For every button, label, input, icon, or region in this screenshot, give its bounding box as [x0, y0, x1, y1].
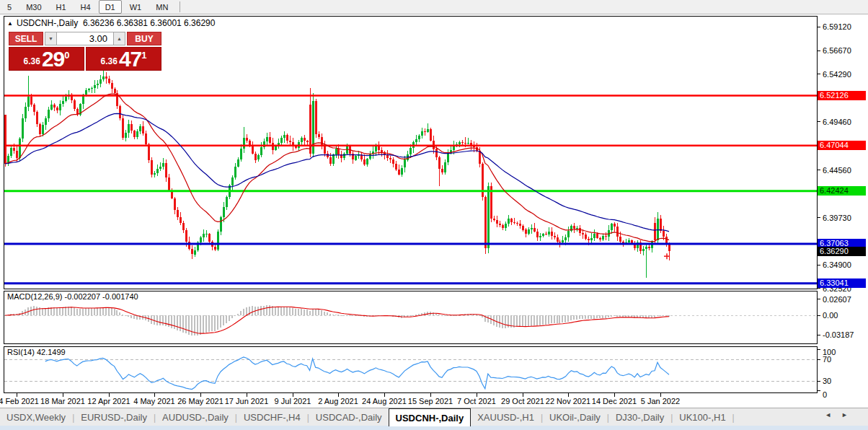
- chart-ohlc-values: 6.36236 6.36381 6.36001 6.36290: [83, 18, 216, 28]
- date-label: 22 Nov 2021: [544, 397, 593, 405]
- date-label: 12 Apr 2021: [84, 397, 133, 405]
- symbol-tab-bar: USDX,Weekly|EURUSD-,Daily|AUDUSD-,Daily|…: [0, 408, 868, 426]
- buy-price-pips: 47: [119, 49, 141, 69]
- collapse-triangle-icon[interactable]: ▲: [7, 20, 13, 27]
- price-tick-label: 6.54290: [823, 70, 851, 79]
- date-label: 17 Jun 2021: [222, 397, 271, 405]
- date-label: 24 Aug 2021: [360, 397, 409, 405]
- date-label: 26 May 2021: [176, 397, 225, 405]
- tab-scroll-arrows: ◄►: [825, 411, 858, 418]
- date-label: 24 Feb 2021: [0, 397, 41, 405]
- tab-usdcad-daily[interactable]: USDCAD-,Daily: [309, 409, 389, 426]
- date-label: 7 Oct 2021: [452, 397, 501, 405]
- date-label: 29 Oct 2021: [498, 397, 547, 405]
- macd-indicator-label: MACD(12,26,9) -0.002207 -0.001740: [7, 292, 138, 301]
- sell-price-pipette: 0: [64, 50, 69, 61]
- date-label: 14 Dec 2021: [590, 397, 639, 405]
- rsi-tick-label: 70: [823, 355, 831, 364]
- price-level-label-6.52126: 6.52126: [818, 91, 866, 100]
- buy-price-pipette: 1: [141, 50, 146, 61]
- tab-usdx-weekly[interactable]: USDX,Weekly: [0, 409, 72, 426]
- date-label: 5 Jan 2022: [636, 397, 685, 405]
- one-click-trade-widget: SELL ▼ ▲ BUY 6.36 29 0 6.36 47 1: [9, 32, 161, 71]
- date-label: 9 Jul 2021: [268, 397, 317, 405]
- price-level-label-6.36290: 6.36290: [818, 247, 866, 256]
- price-level-label-6.47044: 6.47044: [818, 141, 866, 150]
- price-tick-label: 6.34900: [823, 260, 851, 269]
- price-tick-label: 6.44560: [823, 166, 851, 175]
- macd-tick-label: -0.03187: [823, 330, 854, 339]
- rsi-indicator-label: RSI(14) 42.1499: [7, 348, 66, 356]
- date-label: 4 May 2021: [130, 397, 179, 405]
- tab-usdchf-h4[interactable]: USDCHF-,H4: [237, 409, 307, 426]
- macd-tick-label: 0.02607: [823, 295, 851, 304]
- tab-eurusd-daily[interactable]: EURUSD-,Daily: [74, 409, 154, 426]
- tab-xauusd-h1[interactable]: XAUUSD-,H1: [471, 409, 541, 426]
- macd-tick-label: 0.00: [823, 311, 838, 320]
- rsi-tick-label: 30: [823, 377, 831, 385]
- tab-uk100-h1[interactable]: UK100-,H1: [673, 409, 732, 426]
- date-label: 15 Sep 2021: [406, 397, 455, 405]
- sell-price-prefix: 6.36: [24, 56, 40, 66]
- volume-input[interactable]: [57, 32, 113, 45]
- rsi-tick-label: 0: [823, 390, 827, 399]
- date-label: 2 Aug 2021: [314, 397, 363, 405]
- tab-dj30-daily[interactable]: DJ30-,Daily: [609, 409, 670, 426]
- sell-price-panel[interactable]: 6.36 29 0: [9, 47, 84, 71]
- price-level-label-6.42424: 6.42424: [818, 186, 866, 196]
- date-label: 18 Mar 2021: [38, 397, 87, 405]
- tab-scroll-right-icon[interactable]: ►: [841, 411, 858, 418]
- price-level-label-6.33041: 6.33041: [818, 278, 866, 288]
- volume-stepper: ▼ ▲: [45, 32, 125, 45]
- chart-symbol-period: USDCNH-,Daily: [17, 18, 78, 28]
- tab-ukoil-daily[interactable]: UKOil-,Daily: [543, 409, 607, 426]
- trading-terminal: 5M30H1H4D1W1MN ▲USDCNH-,Daily 6.36236 6.…: [0, 0, 868, 430]
- volume-increase-button[interactable]: ▲: [113, 32, 125, 45]
- sell-price-pips: 29: [42, 49, 64, 69]
- tab-separator: |: [732, 413, 735, 423]
- chart-title: ▲USDCNH-,Daily 6.36236 6.36381 6.36001 6…: [7, 18, 215, 28]
- tab-usdcnh-daily[interactable]: USDCNH-,Daily: [389, 408, 471, 426]
- price-tick-label: 6.59120: [823, 22, 851, 31]
- buy-price-panel[interactable]: 6.36 47 1: [86, 47, 161, 71]
- tab-audusd-daily[interactable]: AUDUSD-,Daily: [156, 409, 235, 426]
- price-tick-label: 6.49460: [823, 118, 851, 126]
- volume-decrease-button[interactable]: ▼: [45, 32, 57, 45]
- price-tick-label: 6.56670: [823, 46, 851, 55]
- rsi-pane[interactable]: [4, 347, 818, 393]
- buy-price-prefix: 6.36: [101, 56, 118, 66]
- buy-button[interactable]: BUY: [127, 32, 161, 45]
- sell-button[interactable]: SELL: [9, 32, 43, 45]
- price-tick-label: 6.39730: [823, 214, 851, 222]
- tab-scroll-left-icon[interactable]: ◄: [825, 411, 841, 418]
